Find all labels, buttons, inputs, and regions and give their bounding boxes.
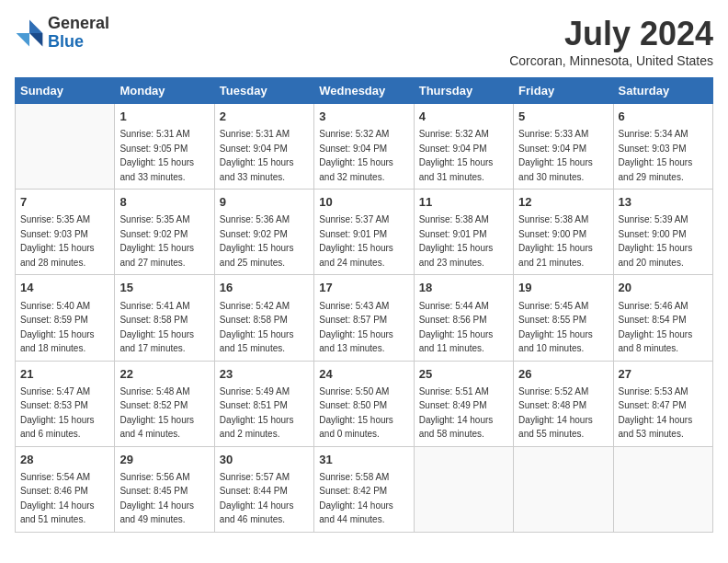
day-number: 30: [220, 452, 309, 468]
calendar-week-row: 1Sunrise: 5:31 AM Sunset: 9:05 PM Daylig…: [16, 104, 713, 190]
calendar-week-row: 14Sunrise: 5:40 AM Sunset: 8:59 PM Dayli…: [16, 275, 713, 361]
weekday-header-saturday: Saturday: [613, 78, 712, 104]
logo: General Blue: [15, 15, 109, 52]
day-number: 28: [20, 452, 109, 468]
logo-blue-text: Blue: [48, 33, 109, 52]
day-number: 9: [220, 194, 309, 211]
day-number: 4: [419, 109, 508, 125]
day-info: Sunrise: 5:38 AM Sunset: 9:00 PM Dayligh…: [518, 214, 593, 268]
day-info: Sunrise: 5:43 AM Sunset: 8:57 PM Dayligh…: [319, 301, 393, 354]
calendar-cell: 20Sunrise: 5:46 AM Sunset: 8:54 PM Dayli…: [613, 275, 712, 361]
svg-marker-2: [17, 33, 29, 46]
day-info: Sunrise: 5:41 AM Sunset: 8:58 PM Dayligh…: [119, 301, 194, 354]
calendar-cell: [16, 104, 115, 190]
weekday-header-wednesday: Wednesday: [314, 78, 414, 104]
day-number: 7: [20, 194, 109, 211]
calendar-cell: 14Sunrise: 5:40 AM Sunset: 8:59 PM Dayli…: [16, 275, 115, 361]
day-number: 23: [220, 366, 309, 383]
location-text: Corcoran, Minnesota, United States: [509, 53, 713, 68]
day-number: 31: [319, 452, 408, 468]
calendar-cell: 9Sunrise: 5:36 AM Sunset: 9:02 PM Daylig…: [214, 190, 313, 275]
day-info: Sunrise: 5:33 AM Sunset: 9:04 PM Dayligh…: [518, 129, 593, 182]
day-info: Sunrise: 5:58 AM Sunset: 8:42 PM Dayligh…: [319, 472, 393, 525]
day-info: Sunrise: 5:36 AM Sunset: 9:02 PM Dayligh…: [220, 214, 294, 268]
weekday-header-row: SundayMondayTuesdayWednesdayThursdayFrid…: [16, 78, 713, 104]
day-number: 11: [419, 194, 508, 211]
logo-text: General Blue: [48, 15, 109, 52]
calendar-cell: 15Sunrise: 5:41 AM Sunset: 8:58 PM Dayli…: [115, 275, 214, 361]
day-info: Sunrise: 5:31 AM Sunset: 9:05 PM Dayligh…: [119, 129, 194, 182]
day-number: 12: [518, 194, 608, 211]
calendar-cell: 27Sunrise: 5:53 AM Sunset: 8:47 PM Dayli…: [613, 361, 712, 446]
calendar-cell: 6Sunrise: 5:34 AM Sunset: 9:03 PM Daylig…: [613, 104, 712, 190]
day-number: 16: [220, 280, 309, 296]
weekday-header-friday: Friday: [514, 78, 613, 104]
calendar-cell: 3Sunrise: 5:32 AM Sunset: 9:04 PM Daylig…: [314, 104, 414, 190]
calendar-cell: 19Sunrise: 5:45 AM Sunset: 8:55 PM Dayli…: [514, 275, 613, 361]
calendar-cell: 11Sunrise: 5:38 AM Sunset: 9:01 PM Dayli…: [414, 190, 513, 275]
calendar-cell: [514, 446, 613, 532]
day-number: 21: [20, 366, 109, 383]
day-number: 24: [319, 366, 408, 383]
day-info: Sunrise: 5:47 AM Sunset: 8:53 PM Dayligh…: [20, 386, 95, 440]
calendar-cell: 30Sunrise: 5:57 AM Sunset: 8:44 PM Dayli…: [214, 446, 313, 532]
calendar-cell: 18Sunrise: 5:44 AM Sunset: 8:56 PM Dayli…: [414, 275, 513, 361]
day-info: Sunrise: 5:40 AM Sunset: 8:59 PM Dayligh…: [20, 301, 95, 354]
calendar-week-row: 28Sunrise: 5:54 AM Sunset: 8:46 PM Dayli…: [16, 446, 713, 532]
day-number: 15: [119, 280, 209, 296]
day-info: Sunrise: 5:39 AM Sunset: 9:00 PM Dayligh…: [619, 214, 693, 268]
day-info: Sunrise: 5:50 AM Sunset: 8:50 PM Dayligh…: [319, 386, 393, 440]
day-info: Sunrise: 5:51 AM Sunset: 8:49 PM Dayligh…: [419, 386, 494, 440]
logo-icon: [15, 18, 44, 48]
day-number: 22: [119, 366, 209, 383]
calendar-week-row: 21Sunrise: 5:47 AM Sunset: 8:53 PM Dayli…: [16, 361, 713, 446]
calendar-cell: 16Sunrise: 5:42 AM Sunset: 8:58 PM Dayli…: [214, 275, 313, 361]
day-info: Sunrise: 5:52 AM Sunset: 8:48 PM Dayligh…: [518, 386, 593, 440]
day-info: Sunrise: 5:42 AM Sunset: 8:58 PM Dayligh…: [220, 301, 294, 354]
weekday-header-monday: Monday: [115, 78, 214, 104]
weekday-header-tuesday: Tuesday: [214, 78, 313, 104]
day-number: 2: [220, 109, 309, 125]
day-number: 3: [319, 109, 408, 125]
calendar-cell: 31Sunrise: 5:58 AM Sunset: 8:42 PM Dayli…: [314, 446, 414, 532]
day-number: 10: [319, 194, 408, 211]
day-info: Sunrise: 5:34 AM Sunset: 9:03 PM Dayligh…: [619, 129, 693, 182]
day-info: Sunrise: 5:31 AM Sunset: 9:04 PM Dayligh…: [220, 129, 294, 182]
day-info: Sunrise: 5:49 AM Sunset: 8:51 PM Dayligh…: [220, 386, 294, 440]
month-year-title: July 2024: [509, 15, 713, 53]
day-number: 8: [119, 194, 209, 211]
calendar-cell: 23Sunrise: 5:49 AM Sunset: 8:51 PM Dayli…: [214, 361, 313, 446]
day-info: Sunrise: 5:45 AM Sunset: 8:55 PM Dayligh…: [518, 301, 593, 354]
day-number: 18: [419, 280, 508, 296]
calendar-cell: 1Sunrise: 5:31 AM Sunset: 9:05 PM Daylig…: [115, 104, 214, 190]
day-number: 27: [619, 366, 708, 383]
day-info: Sunrise: 5:35 AM Sunset: 9:02 PM Dayligh…: [119, 214, 194, 268]
svg-marker-0: [29, 19, 42, 32]
day-number: 17: [319, 280, 408, 296]
calendar-table: SundayMondayTuesdayWednesdayThursdayFrid…: [15, 77, 713, 533]
day-number: 14: [20, 280, 109, 296]
calendar-cell: 29Sunrise: 5:56 AM Sunset: 8:45 PM Dayli…: [115, 446, 214, 532]
weekday-header-sunday: Sunday: [16, 78, 115, 104]
day-number: 29: [119, 452, 209, 468]
calendar-cell: [414, 446, 513, 532]
calendar-cell: 8Sunrise: 5:35 AM Sunset: 9:02 PM Daylig…: [115, 190, 214, 275]
day-info: Sunrise: 5:53 AM Sunset: 8:47 PM Dayligh…: [619, 386, 693, 440]
day-info: Sunrise: 5:44 AM Sunset: 8:56 PM Dayligh…: [419, 301, 494, 354]
calendar-cell: [613, 446, 712, 532]
day-info: Sunrise: 5:56 AM Sunset: 8:45 PM Dayligh…: [119, 472, 194, 525]
day-number: 25: [419, 366, 508, 383]
weekday-header-thursday: Thursday: [414, 78, 513, 104]
day-number: 13: [619, 194, 708, 211]
day-info: Sunrise: 5:32 AM Sunset: 9:04 PM Dayligh…: [319, 129, 393, 182]
calendar-cell: 22Sunrise: 5:48 AM Sunset: 8:52 PM Dayli…: [115, 361, 214, 446]
day-info: Sunrise: 5:46 AM Sunset: 8:54 PM Dayligh…: [619, 301, 693, 354]
day-number: 1: [119, 109, 209, 125]
calendar-cell: 26Sunrise: 5:52 AM Sunset: 8:48 PM Dayli…: [514, 361, 613, 446]
day-number: 26: [518, 366, 608, 383]
logo-general-text: General: [48, 15, 109, 33]
day-number: 20: [619, 280, 708, 296]
day-info: Sunrise: 5:37 AM Sunset: 9:01 PM Dayligh…: [319, 214, 393, 268]
calendar-cell: 5Sunrise: 5:33 AM Sunset: 9:04 PM Daylig…: [514, 104, 613, 190]
day-info: Sunrise: 5:57 AM Sunset: 8:44 PM Dayligh…: [220, 472, 294, 525]
